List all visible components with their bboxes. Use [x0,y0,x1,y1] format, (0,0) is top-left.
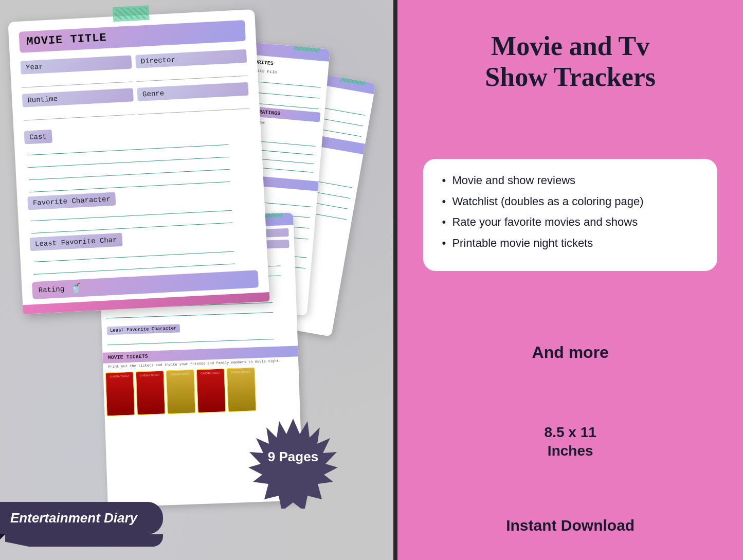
ticket-2 [136,371,166,416]
banner-wave [5,534,163,547]
ticket-1 [105,372,135,417]
cast-lines [25,136,253,193]
ticket-3 [166,369,196,414]
left-panel: MOVIES TO WATCH 🍿🎬 FAVORITES Favorite Fi… [0,0,393,560]
feature-3: Rate your favorite movies and shows [442,215,699,230]
movie-title-bar: MOVIE TITLE [19,20,246,53]
diary-banner: Entertainment Diary [0,502,163,534]
right-panel: Movie and TvShow Trackers Movie and show… [397,0,743,560]
main-tape [113,6,149,22]
ticket-4 [196,368,226,413]
least-fav-mini: Least Favorite Character [107,324,180,335]
size-text: 8.5 x 11Inches [545,423,596,461]
pages-badge: 9 Pages [247,416,339,509]
features-list: Movie and show reviews Watchlist (double… [442,173,699,250]
feature-1: Movie and show reviews [442,173,699,188]
least-fav-label: Least Favorite Char [29,233,122,251]
download-text: Instant Download [506,517,635,534]
main-title: Movie and TvShow Trackers [485,31,656,93]
fav-char-label: Favorite Character [27,192,116,210]
ticket-strip [103,364,300,418]
svg-text:9 Pages: 9 Pages [268,449,318,464]
and-more-text: And more [532,343,609,362]
starburst-svg: 9 Pages [247,416,339,509]
feature-2: Watchlist (doubles as a coloring page) [442,194,699,209]
rating-label: Rating [38,285,64,295]
ticket-5 [227,367,257,412]
panel-divider [393,0,397,560]
movie-title-label: MOVIE TITLE [26,31,107,48]
feature-4: Printable movie night tickets [442,236,699,251]
main-movie-card: MOVIE TITLE Year Director Runtime Genre [8,9,269,314]
features-box: Movie and show reviews Watchlist (double… [423,159,717,271]
banner-shape: Entertainment Diary [0,502,163,534]
banner-text: Entertainment Diary [10,510,137,526]
cast-label: Cast [24,130,52,144]
